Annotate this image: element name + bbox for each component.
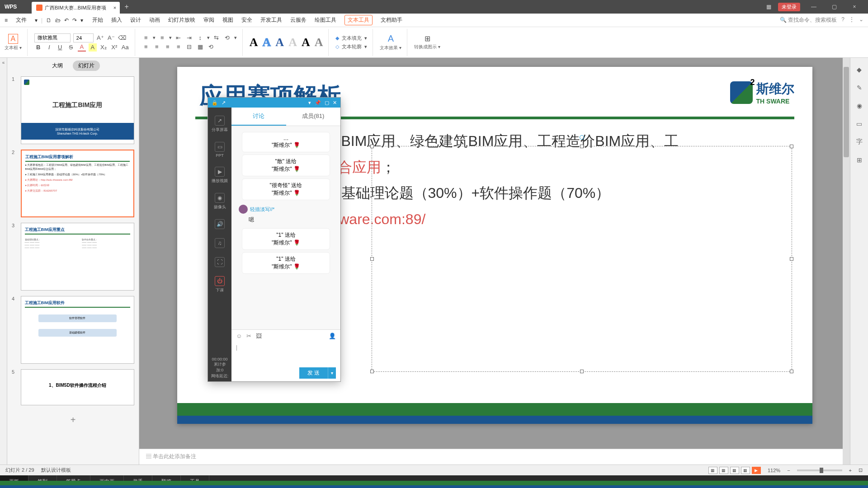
superscript-button[interactable]: X² bbox=[110, 43, 118, 52]
increase-indent-button[interactable]: ⇥ bbox=[185, 34, 193, 42]
reading-view-button[interactable]: ▦ bbox=[730, 467, 739, 474]
normal-view-button[interactable]: ▦ bbox=[708, 467, 717, 474]
tab-insert[interactable]: 插入 bbox=[111, 15, 122, 25]
font-size-select[interactable] bbox=[73, 33, 94, 42]
bold-button[interactable]: B bbox=[34, 43, 42, 52]
play-slideshow-button[interactable]: ▶ bbox=[752, 467, 761, 474]
slide-thumb-1[interactable]: 工程施工BIM应用 深圳市斯维尔科技股份有限公司Shenzhen THS Hi-… bbox=[21, 76, 134, 144]
columns-button[interactable]: ▦ bbox=[196, 43, 204, 51]
italic-button[interactable]: I bbox=[45, 43, 53, 52]
chat-titlebar[interactable]: 🔒 ↗ ▾ 📌 ▢ ✕ bbox=[208, 98, 340, 108]
rect-icon[interactable]: ▭ bbox=[854, 119, 864, 129]
tab-stops-button[interactable]: ⇆ bbox=[212, 34, 221, 42]
file-menu[interactable]: 文件 bbox=[11, 15, 31, 25]
lock-icon[interactable]: 🔒 bbox=[212, 100, 218, 106]
maximize-button[interactable]: ▢ bbox=[827, 4, 841, 10]
members-tab[interactable]: 成员(81) bbox=[286, 108, 341, 126]
image-icon[interactable]: 🖼 bbox=[256, 333, 262, 339]
new-tab-button[interactable]: + bbox=[120, 3, 133, 11]
collapse-panel-button[interactable]: « bbox=[0, 58, 7, 465]
tab-view[interactable]: 视图 bbox=[222, 15, 233, 25]
fullscreen-button[interactable]: ⛶ bbox=[215, 253, 225, 272]
smartart-label[interactable]: 转换成图示 bbox=[414, 44, 437, 49]
camera-button[interactable]: ◉摄像头 bbox=[214, 188, 226, 215]
align-right-button[interactable]: ≡ bbox=[164, 43, 172, 51]
decrease-font-icon[interactable]: A⁻ bbox=[107, 34, 115, 42]
notes-pane[interactable]: ▤ 单击此处添加备注 bbox=[139, 449, 850, 465]
font-name-select[interactable] bbox=[34, 33, 71, 42]
emoji-icon[interactable]: ☺ bbox=[236, 333, 242, 339]
line-spacing-button[interactable]: ↕ bbox=[196, 34, 204, 42]
close-button[interactable]: × bbox=[848, 4, 861, 10]
align-left-button[interactable]: ≡ bbox=[142, 43, 150, 51]
chat-max-icon[interactable]: ▢ bbox=[325, 100, 329, 106]
qat-undo-icon[interactable]: ↶ bbox=[64, 17, 69, 23]
pen-icon[interactable]: ✎ bbox=[854, 83, 864, 93]
tab-slideshow[interactable]: 幻灯片放映 bbox=[168, 15, 195, 25]
numbering-button[interactable]: ≡ bbox=[158, 34, 166, 42]
collapse-ribbon-icon[interactable]: ⌄ bbox=[859, 16, 863, 24]
text-effects-label[interactable]: 文本效果 bbox=[380, 45, 398, 50]
wordart-gallery[interactable]: AAAAAA bbox=[250, 36, 323, 49]
layers-icon[interactable]: ◆ bbox=[854, 65, 864, 75]
person-icon[interactable]: 👤 bbox=[329, 333, 336, 339]
increase-font-icon[interactable]: A⁺ bbox=[96, 34, 104, 42]
tab-devtools[interactable]: 开发工具 bbox=[260, 15, 282, 25]
document-tab[interactable]: 广西BIM大赛...BIM应用赛项 × bbox=[32, 2, 120, 14]
textbox-icon[interactable]: A bbox=[8, 34, 18, 44]
notes-view-button[interactable]: ▦ bbox=[741, 467, 750, 474]
speaker-button[interactable]: 🔊 bbox=[215, 215, 225, 234]
vertical-scrollbar[interactable] bbox=[843, 58, 850, 465]
popout-icon[interactable]: ↗ bbox=[222, 100, 226, 106]
textbox-selection-frame[interactable] bbox=[372, 146, 792, 372]
fit-window-button[interactable]: ⊡ bbox=[859, 467, 863, 473]
smartart-icon[interactable]: ⊞ bbox=[425, 34, 430, 43]
discuss-tab[interactable]: 讨论 bbox=[231, 108, 286, 126]
tab-home[interactable]: 开始 bbox=[92, 15, 103, 25]
zoom-level[interactable]: 112% bbox=[768, 468, 780, 473]
text-effects-icon[interactable]: A bbox=[388, 33, 394, 44]
rotation-handle[interactable] bbox=[580, 135, 584, 140]
text-direction-button[interactable]: ⟲ bbox=[207, 43, 215, 51]
file-dropdown-icon[interactable]: ▾ bbox=[35, 17, 38, 23]
decrease-indent-button[interactable]: ⇤ bbox=[175, 34, 183, 42]
tab-security[interactable]: 安全 bbox=[241, 15, 252, 25]
zoom-out-button[interactable]: − bbox=[787, 468, 790, 473]
case-button[interactable]: Aa bbox=[121, 43, 129, 52]
chat-min-icon[interactable]: ▾ bbox=[308, 100, 311, 106]
zoom-slider[interactable] bbox=[797, 469, 842, 471]
qat-open-icon[interactable]: 🗁 bbox=[55, 17, 61, 23]
chat-input[interactable]: | bbox=[231, 342, 340, 365]
hamburger-icon[interactable]: ≡ bbox=[5, 17, 8, 23]
qat-new-icon[interactable]: 🗋 bbox=[46, 17, 52, 23]
text-outline-button[interactable]: 文本轮廓 bbox=[342, 43, 362, 50]
end-class-button[interactable]: ⏻下课 bbox=[215, 272, 225, 298]
subscript-button[interactable]: X₂ bbox=[99, 43, 108, 52]
slide-thumb-3[interactable]: 工程施工BIM应用重点 基础理论重点：—— —— ———— —— ———— ——… bbox=[21, 223, 134, 291]
sorter-view-button[interactable]: ▦ bbox=[719, 467, 728, 474]
add-slide-button[interactable]: + bbox=[7, 408, 139, 432]
help-icon[interactable]: ? bbox=[841, 16, 844, 24]
chat-close-icon[interactable]: ✕ bbox=[333, 100, 337, 106]
slide-thumb-5[interactable]: 1、BIM5D软件操作流程介绍 bbox=[21, 369, 134, 405]
doc-icon[interactable]: ▦ bbox=[766, 4, 771, 10]
share-screen-button[interactable]: ↗分享屏幕 bbox=[212, 111, 228, 137]
slide-thumb-4[interactable]: 工程施工BIM应用软件 软件管理软件 基础建模软件 bbox=[21, 296, 134, 364]
outline-tab[interactable]: 大纲 bbox=[47, 61, 68, 71]
strike-button[interactable]: S bbox=[67, 43, 75, 52]
valign-button[interactable]: ⊟ bbox=[185, 43, 193, 51]
music-button[interactable]: ♫ bbox=[215, 234, 225, 253]
qat-redo-icon[interactable]: ↷ bbox=[72, 17, 77, 23]
ruler-button[interactable]: ⟲ bbox=[223, 34, 231, 42]
chat-messages[interactable]: …"斯维尔" 🌹 "散" 送给"斯维尔" 🌹 "很奇怪" 送给"斯维尔" 🌹 轻… bbox=[231, 126, 340, 329]
tab-drawing[interactable]: 绘图工具 bbox=[315, 15, 336, 25]
align-center-button[interactable]: ≡ bbox=[153, 43, 161, 51]
target-icon[interactable]: ◉ bbox=[854, 101, 864, 111]
font-icon[interactable]: 字 bbox=[854, 137, 864, 147]
slides-tab[interactable]: 幻灯片 bbox=[73, 61, 100, 71]
underline-button[interactable]: U bbox=[56, 43, 64, 52]
qat-more-icon[interactable]: ▾ bbox=[80, 17, 83, 23]
minimize-button[interactable]: — bbox=[807, 4, 821, 10]
tab-animation[interactable]: 动画 bbox=[149, 15, 160, 25]
zoom-in-button[interactable]: + bbox=[849, 468, 852, 473]
